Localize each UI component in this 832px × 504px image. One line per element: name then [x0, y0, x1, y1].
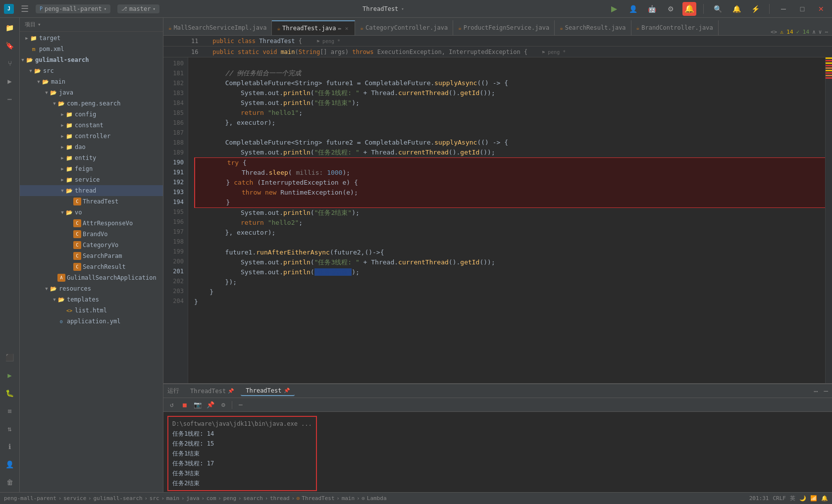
- pin-button[interactable]: 📌: [205, 400, 216, 410]
- branch-badge[interactable]: ⎇ master ▾: [117, 4, 159, 13]
- maximize-button[interactable]: □: [795, 2, 809, 16]
- tree-item-constant[interactable]: ▶ 📁 constant: [20, 120, 163, 131]
- breadcrumb-threadtest-name[interactable]: ThreadTest: [302, 495, 334, 502]
- tree-item-config[interactable]: ▶ 📁 config: [20, 109, 163, 120]
- tree-item-templates[interactable]: ▼ 📂 templates: [20, 294, 163, 305]
- breadcrumb-lambda[interactable]: ⊙: [362, 495, 365, 502]
- tree-item-java-folder[interactable]: ▼ 📂 java: [20, 87, 163, 98]
- sidebar-delete-icon[interactable]: 🗑: [2, 474, 18, 490]
- tree-item-brand-vo[interactable]: ▶ C BrandVo: [20, 229, 163, 240]
- sidebar-debug-icon[interactable]: 🐛: [2, 385, 18, 401]
- bottom-tabs-minimize-icon[interactable]: ─: [824, 387, 828, 395]
- tab-search-result[interactable]: ☕ SearchResult.java: [555, 20, 631, 35]
- tree-item-resources[interactable]: ▼ 📂 resources: [20, 283, 163, 294]
- code-editor[interactable]: 180181182183184 185186187188189 19019119…: [163, 57, 832, 383]
- tree-item-service-folder[interactable]: ▶ 📁 service: [20, 174, 163, 185]
- breadcrumb-lambda-label[interactable]: Lambda: [367, 495, 387, 502]
- tab-threadtest[interactable]: ☕ ThreadTest.java ✏ ✕: [272, 20, 355, 35]
- stop-button[interactable]: ■: [179, 400, 190, 410]
- tree-label-pom: pom.xml: [39, 46, 64, 52]
- settings-button[interactable]: ⚙: [664, 2, 677, 16]
- sidebar-terminal-icon[interactable]: ⬛: [2, 350, 18, 365]
- breadcrumb-threadtest-class[interactable]: ⊙: [297, 495, 300, 502]
- sidebar-run-icon[interactable]: ▶: [2, 73, 18, 89]
- tabs-up-icon[interactable]: ∧: [812, 29, 816, 35]
- tab-brand-controller[interactable]: ☕ BrandController.java: [631, 20, 719, 35]
- minimize-button[interactable]: ─: [777, 2, 790, 16]
- tree-item-target[interactable]: ▶ 📁 target: [20, 33, 163, 44]
- notifications-alt-button[interactable]: 🔔: [729, 2, 743, 16]
- tree-item-main[interactable]: ▼ 📂 main: [20, 76, 163, 87]
- tree-item-pom[interactable]: ▶ m pom.xml: [20, 44, 163, 54]
- tree-item-search-result-file[interactable]: ▶ C SearchResult: [20, 261, 163, 272]
- breadcrumb-main[interactable]: main: [166, 495, 180, 502]
- folder-icon-templates: 📂: [57, 296, 65, 303]
- tab-product-feign[interactable]: ☕ ProductFeignService.java: [453, 20, 555, 35]
- tree-item-application-yml[interactable]: ▶ ⚙ application.yml: [20, 316, 163, 327]
- breadcrumb-search[interactable]: search: [243, 495, 263, 502]
- status-bell-icon[interactable]: 🔔: [821, 495, 828, 502]
- tabs-down-icon[interactable]: ∨: [819, 29, 822, 35]
- bottom-tab-threadtest-2[interactable]: ThreadTest 📌: [241, 386, 294, 396]
- sidebar-project-icon[interactable]: 📁: [2, 20, 18, 36]
- project-badge[interactable]: P peng-mall-parent ▾: [36, 4, 110, 13]
- breadcrumb-com[interactable]: com: [207, 495, 216, 502]
- tab-mallsearch[interactable]: ☕ MallSearchServiceImpl.java: [163, 20, 272, 35]
- settings-button-bottom[interactable]: ⚙: [218, 400, 229, 410]
- tab-close-threadtest[interactable]: ✕: [344, 25, 350, 32]
- restart-button[interactable]: ↺: [166, 400, 177, 410]
- power-button[interactable]: ⚡: [748, 2, 762, 16]
- breadcrumb-thread[interactable]: thread: [270, 495, 290, 502]
- breadcrumb-service[interactable]: service: [63, 495, 86, 502]
- bottom-tab-threadtest-1[interactable]: ThreadTest 📌: [185, 387, 239, 396]
- code-line-202: });: [194, 277, 825, 287]
- breadcrumb-root[interactable]: peng-mall-parent: [4, 495, 56, 502]
- user-button[interactable]: 👤: [626, 2, 640, 16]
- project-icon: P: [40, 6, 43, 11]
- breadcrumb-gulimall-search[interactable]: gulimall-search: [93, 495, 142, 502]
- tree-item-src[interactable]: ▼ 📂 src: [20, 65, 163, 76]
- tree-item-dao[interactable]: ▶ 📁 dao: [20, 142, 163, 152]
- sidebar-sort-icon[interactable]: ⇅: [2, 421, 18, 437]
- tree-item-feign[interactable]: ▶ 📁 feign: [20, 163, 163, 174]
- run-button[interactable]: ▶: [607, 2, 621, 16]
- breadcrumb-src[interactable]: src: [150, 495, 159, 502]
- tree-item-thread-folder[interactable]: ▼ 📂 thread: [20, 185, 163, 196]
- tab-category[interactable]: ☕ CategoryController.java: [355, 20, 453, 35]
- code-content[interactable]: // 例任务组合一一个完成 CompletableFuture<String> …: [188, 57, 825, 383]
- tree-item-attr-vo[interactable]: ▶ C AttrResponseVo: [20, 218, 163, 229]
- close-button[interactable]: ✕: [814, 2, 828, 16]
- main-layout: 📁 🔖 ⑂ ▶ ⋯ ⬛ ▶ 🐛 ≡ ⇅ ℹ 👤 🗑 项目 ▾ ▶ 📁 targe…: [0, 18, 832, 492]
- tree-item-controller[interactable]: ▶ 📁 controller: [20, 131, 163, 142]
- tree-item-threadtest-file[interactable]: ▶ C ThreadTest: [20, 196, 163, 207]
- gutter-mark-8: [826, 75, 832, 76]
- hamburger-menu[interactable]: ☰: [18, 2, 32, 15]
- tabs-more-icon[interactable]: ⋯: [825, 29, 828, 35]
- status-lang[interactable]: 英: [790, 495, 795, 502]
- sidebar-bookmark-icon[interactable]: 🔖: [2, 38, 18, 53]
- tree-item-search-param[interactable]: ▶ C SearchParam: [20, 251, 163, 261]
- sidebar-more-icon[interactable]: ⋯: [2, 91, 18, 107]
- tree-item-gulimall-app[interactable]: ▶ A GulimallSearchApplication: [20, 272, 163, 283]
- copilot-button[interactable]: 🤖: [645, 2, 659, 16]
- tree-item-com-peng-search[interactable]: ▼ 📂 com.peng.search: [20, 98, 163, 109]
- tree-item-entity[interactable]: ▶ 📁 entity: [20, 152, 163, 163]
- screenshot-button[interactable]: 📷: [192, 400, 203, 410]
- run-config-name: ThreadTest: [363, 5, 398, 12]
- more-button[interactable]: ⋯: [235, 400, 246, 410]
- tree-item-category-vo[interactable]: ▶ C CategoryVo: [20, 240, 163, 251]
- tree-item-list-html[interactable]: ▶ <> list.html: [20, 305, 163, 316]
- tree-item-gulimall-search[interactable]: ▼ 📂 gulimall-search: [20, 54, 163, 65]
- search-button[interactable]: 🔍: [711, 2, 725, 16]
- breadcrumb-peng[interactable]: peng: [223, 495, 237, 502]
- tree-item-vo-folder[interactable]: ▼ 📂 vo: [20, 207, 163, 218]
- sidebar-play-icon[interactable]: ▶: [2, 367, 18, 383]
- sidebar-user-icon[interactable]: 👤: [2, 456, 18, 472]
- sidebar-list-icon[interactable]: ≡: [2, 403, 18, 419]
- breadcrumb-java[interactable]: java: [186, 495, 200, 502]
- bottom-tabs-more-icon[interactable]: ⋯: [814, 387, 818, 395]
- sidebar-git-icon[interactable]: ⑂: [2, 55, 18, 71]
- breadcrumb-main-method[interactable]: main: [342, 495, 355, 502]
- sidebar-info-icon[interactable]: ℹ: [2, 439, 18, 454]
- notifications-button[interactable]: 🔔: [682, 2, 696, 16]
